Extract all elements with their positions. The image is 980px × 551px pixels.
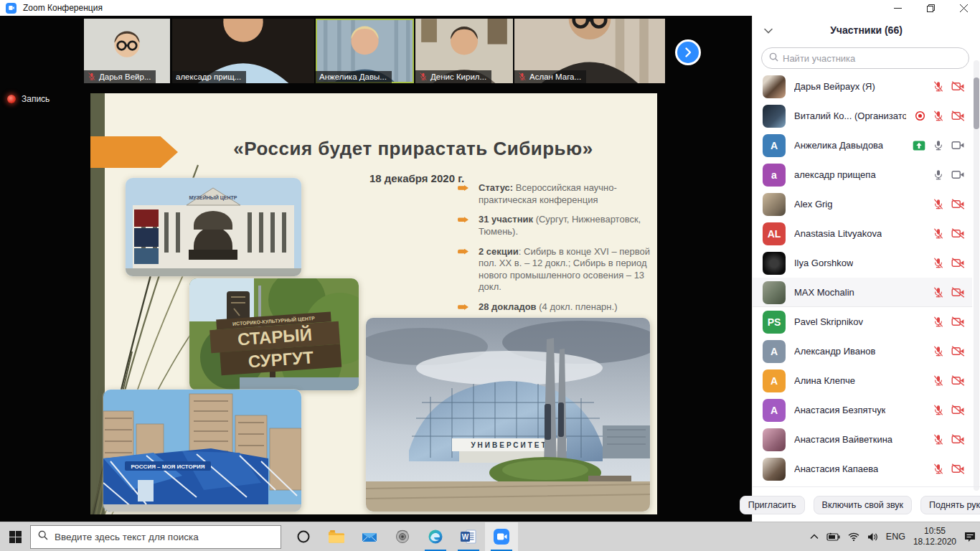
participant-row[interactable]: ААнастасия Безпятчук — [753, 395, 972, 425]
restore-button[interactable] — [914, 0, 947, 16]
participant-name: Анастасия Капаева — [794, 463, 878, 474]
participant-row[interactable]: MAX Mochalin — [753, 278, 972, 307]
wifi-icon[interactable] — [848, 532, 859, 541]
mic-muted-icon — [88, 72, 96, 81]
slide-bullet: Статус: Всероссийская научно-практическа… — [458, 182, 653, 206]
taskbar-apps: W — [287, 522, 518, 551]
battery-icon[interactable] — [826, 532, 840, 541]
participant-name: Ilya Gorshkow — [794, 258, 853, 268]
camera-off-icon — [951, 81, 965, 92]
video-name-label: алексадр прищ... — [172, 71, 246, 83]
camera-off-icon — [951, 110, 965, 121]
mic-muted-icon — [933, 198, 944, 210]
video-thumbnail[interactable]: алексадр прищ... — [172, 19, 314, 83]
participant-row[interactable]: Виталий Ко... (Организатор) — [753, 101, 972, 131]
participant-row[interactable]: ААнжелика Давыдова — [753, 131, 972, 160]
bullet-text: 28 докладов (4 докл. пленарн.) — [479, 301, 617, 314]
avatar — [763, 281, 786, 304]
avatar: PS — [763, 311, 786, 334]
unmute-self-button[interactable]: Включить свой звук — [814, 496, 913, 514]
participants-header: Участники (66) — [753, 16, 980, 44]
speaker-app-icon[interactable] — [386, 522, 419, 551]
start-button[interactable] — [0, 522, 30, 551]
participant-row[interactable]: ААлина Клепче — [753, 366, 972, 395]
participant-row[interactable]: Alex Grig — [753, 189, 972, 219]
slide-title: «Россия будет прирастать Сибирью» — [191, 138, 636, 160]
edge-browser-icon[interactable] — [419, 522, 452, 551]
zoom-taskbar-icon[interactable] — [485, 522, 518, 551]
word-icon[interactable]: W — [452, 522, 485, 551]
video-name-label: Дарья Вейр... — [84, 70, 156, 83]
windows-taskbar: W ENG 10:55 18.12.2020 — [0, 522, 980, 551]
participant-name: Анастасия Безпятчук — [794, 405, 885, 415]
language-indicator[interactable]: ENG — [886, 532, 905, 542]
participant-row[interactable]: ААлександр Иванов — [753, 336, 972, 366]
mic-muted-icon — [933, 80, 944, 93]
cortana-button[interactable] — [287, 522, 320, 551]
clock-date: 18.12.2020 — [913, 537, 956, 547]
minimize-button[interactable] — [881, 0, 914, 16]
participants-scrollbar[interactable] — [974, 60, 979, 491]
participant-row[interactable]: Анастасия Вайветкина — [753, 425, 972, 454]
participant-status-icons — [933, 198, 965, 210]
avatar — [763, 75, 786, 98]
participant-row[interactable]: Ilya Gorshkow — [753, 248, 972, 278]
avatar: a — [763, 164, 786, 187]
participant-row[interactable]: ALAnastasia Litvyakova — [753, 219, 972, 248]
invite-button[interactable]: Пригласить — [740, 496, 805, 514]
history-park-label: РОССИЯ – МОЯ ИСТОРИЯ — [131, 463, 204, 470]
participant-row[interactable]: Анастасия Капаева — [753, 454, 972, 484]
bullet-text: 2 секции: Сибирь в конце XVI – первой по… — [479, 246, 653, 294]
scrollbar-thumb[interactable] — [974, 77, 979, 129]
video-thumbnail[interactable]: Анжелика Давы... — [316, 19, 414, 83]
camera-off-icon — [951, 228, 965, 239]
bullet-arrow-icon — [458, 249, 468, 255]
mic-muted-icon — [933, 345, 944, 357]
camera-off-icon — [951, 346, 965, 357]
participant-row[interactable]: PSPavel Skripnikov — [753, 307, 972, 336]
video-thumbnail[interactable]: Денис Кирил... — [415, 19, 513, 83]
participant-status-icons — [933, 80, 965, 93]
bullet-text: Статус: Всероссийская научно-практическа… — [479, 182, 653, 206]
video-thumbnail[interactable]: Аслан Мага... — [514, 19, 665, 83]
taskbar-search-input[interactable] — [55, 532, 273, 542]
mic-muted-icon — [933, 316, 944, 328]
participant-status-icons — [933, 404, 965, 416]
close-button[interactable] — [947, 0, 980, 16]
museum-label: МУЗЕЙНЫЙ ЦЕНТР — [189, 194, 237, 201]
file-explorer-icon[interactable] — [320, 522, 353, 551]
slide-bullet-list: Статус: Всероссийская научно-практическа… — [458, 182, 653, 314]
bullet-arrow-icon — [458, 217, 468, 222]
camera-off-icon — [951, 316, 965, 327]
action-center-icon[interactable] — [964, 532, 976, 542]
slide-bullet: 2 секции: Сибирь в конце XVI – первой по… — [458, 246, 653, 294]
participant-status-icons — [933, 286, 965, 298]
participant-name: Анастасия Вайветкина — [794, 434, 892, 445]
search-icon — [769, 52, 778, 65]
next-participants-page-button[interactable] — [675, 39, 701, 65]
video-name-label: Аслан Мага... — [514, 70, 586, 83]
participant-status-icons — [933, 345, 965, 357]
participants-footer: Пригласить Включить свой звук Поднять ру… — [753, 486, 980, 514]
avatar: А — [763, 340, 786, 363]
window-controls — [881, 0, 980, 16]
participant-search-input[interactable] — [783, 53, 961, 64]
slide-bullet: 31 участник (Сургут, Нижневартовск, Тюме… — [458, 214, 653, 237]
participant-row[interactable]: Дарья Вейраух (Я) — [753, 72, 972, 101]
photo-stary-surgut-sign: ИСТОРИКО-КУЛЬТУРНЫЙ ЦЕНТР СТАРЫЙ СУРГУТ — [189, 278, 359, 390]
participant-name: Pavel Skripnikov — [794, 316, 863, 327]
bullet-text: 31 участник (Сургут, Нижневартовск, Тюме… — [479, 214, 653, 237]
video-thumbnail[interactable]: Дарья Вейр... — [84, 19, 170, 83]
volume-icon[interactable] — [867, 532, 878, 542]
screen-share-badge-icon — [913, 141, 925, 151]
participants-list: Дарья Вейраух (Я) Виталий Ко... (Организ… — [753, 72, 972, 484]
participant-row[interactable]: aалексадр прищепа — [753, 160, 972, 189]
clock[interactable]: 10:55 18.12.2020 — [913, 526, 956, 547]
tray-chevron-up-icon[interactable] — [810, 534, 819, 540]
avatar: А — [763, 369, 786, 392]
mail-icon[interactable] — [353, 522, 386, 551]
raise-hand-button[interactable]: Поднять руку — [920, 496, 980, 514]
avatar — [763, 193, 786, 216]
camera-off-icon — [951, 199, 965, 209]
shared-slide: «Россия будет прирастать Сибирью» 18 дек… — [90, 93, 657, 514]
